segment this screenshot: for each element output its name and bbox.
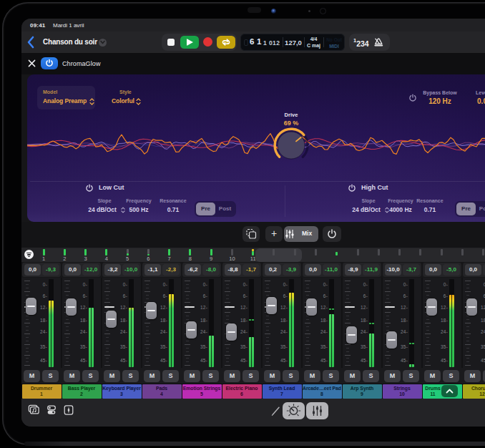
- duplicate-button[interactable]: [242, 226, 260, 242]
- pencil-icon[interactable]: [270, 404, 283, 417]
- low-cut-resonance-value[interactable]: 0.71: [155, 206, 191, 213]
- solo-button[interactable]: S: [283, 370, 299, 382]
- fader-db-value[interactable]: -1,1: [144, 264, 161, 276]
- track-label[interactable]: Emotion Strings5: [182, 384, 222, 399]
- fader-handle[interactable]: [426, 298, 437, 316]
- track-label[interactable]: Synth Lead7: [263, 384, 302, 399]
- track-minimap-ruler[interactable]: 1234567891011: [21, 248, 485, 262]
- fader-handle[interactable]: [226, 323, 237, 341]
- solo-button[interactable]: S: [403, 370, 419, 382]
- fader-handle[interactable]: [26, 298, 36, 315]
- drive-knob[interactable]: [271, 125, 311, 165]
- fader-handle[interactable]: [146, 302, 157, 319]
- fader-db-value[interactable]: -10,0: [385, 264, 401, 276]
- high-cut-slope-value[interactable]: 24 dB/Oct: [348, 206, 385, 213]
- fader-db-value[interactable]: 0,0: [465, 264, 481, 276]
- track-label[interactable]: Pads4: [142, 384, 182, 399]
- track-label[interactable]: Arp Synth9: [343, 384, 382, 399]
- mute-button[interactable]: M: [224, 370, 240, 382]
- mute-button[interactable]: M: [24, 370, 40, 382]
- bypass-power-icon[interactable]: [408, 94, 417, 102]
- low-cut-post-button[interactable]: Post: [215, 203, 235, 215]
- song-title-dropdown[interactable]: [99, 39, 107, 47]
- filter-icon[interactable]: [24, 250, 34, 259]
- solo-button[interactable]: S: [202, 370, 219, 382]
- track-name: Electric Piano: [222, 386, 262, 391]
- fader-handle[interactable]: [386, 331, 397, 349]
- solo-button[interactable]: S: [82, 370, 99, 382]
- fader-db-value[interactable]: 0,0: [24, 264, 41, 276]
- mute-button[interactable]: M: [424, 370, 441, 382]
- mixer-power-button[interactable]: [323, 226, 341, 242]
- track-label[interactable]: Electric Piano6: [222, 384, 262, 399]
- high-cut-pre-button[interactable]: Pre: [456, 203, 476, 215]
- mute-button[interactable]: M: [64, 370, 80, 382]
- high-cut-resonance-value[interactable]: 0.71: [412, 206, 448, 213]
- cycle-button[interactable]: [217, 36, 235, 49]
- track-label[interactable]: Arcade…eet Pad8: [303, 384, 342, 399]
- fader-db-value[interactable]: 0,0: [64, 264, 81, 276]
- level-value[interactable]: 0.0: [468, 97, 485, 105]
- fader-db-value[interactable]: -8,9: [345, 264, 361, 276]
- mixer-panel-icon[interactable]: [63, 404, 74, 416]
- fader-db-value[interactable]: 0,0: [305, 264, 321, 276]
- record-button[interactable]: [199, 36, 217, 49]
- selected-track-chevron-button[interactable]: [441, 385, 458, 397]
- lcd-display[interactable]: 6 1 1 012 127,0 4/4 C maj No Out MIDI: [240, 34, 345, 51]
- song-title[interactable]: Chanson du soir: [43, 38, 97, 46]
- solo-button[interactable]: S: [323, 370, 339, 382]
- solo-button[interactable]: S: [42, 370, 59, 382]
- fader-db-value[interactable]: 0,2: [265, 264, 281, 276]
- fader-handle[interactable]: [266, 297, 277, 314]
- close-icon[interactable]: [28, 59, 36, 67]
- mix-button[interactable]: Mix: [284, 226, 318, 242]
- mute-button[interactable]: M: [144, 370, 160, 382]
- low-cut-frequency-value[interactable]: 500 Hz: [121, 206, 157, 213]
- loop-browser-icon[interactable]: [27, 404, 40, 416]
- fader-db-value[interactable]: -8,8: [225, 264, 241, 276]
- low-cut-power-icon[interactable]: [85, 184, 94, 193]
- track-label[interactable]: Keyboard Player3: [102, 384, 142, 399]
- mute-button[interactable]: M: [264, 370, 280, 382]
- solo-button[interactable]: S: [443, 370, 459, 382]
- metronome-icon[interactable]: [372, 36, 383, 48]
- track-label[interactable]: Chorus V12: [463, 384, 485, 399]
- track-label[interactable]: Bass Player2: [62, 384, 102, 399]
- faders-view-button[interactable]: [306, 402, 328, 419]
- mute-button[interactable]: M: [464, 370, 481, 382]
- high-cut-power-icon[interactable]: [348, 184, 356, 193]
- plugin-controls-icon[interactable]: [46, 404, 57, 416]
- low-cut-slope-value[interactable]: 24 dB/Oct: [84, 206, 121, 213]
- low-cut-pre-button[interactable]: Pre: [196, 203, 215, 215]
- fader-handle[interactable]: [106, 311, 117, 328]
- high-cut-post-button[interactable]: Post: [476, 203, 485, 215]
- mute-button[interactable]: M: [384, 370, 401, 382]
- fader-handle[interactable]: [306, 298, 317, 316]
- solo-button[interactable]: S: [363, 370, 379, 382]
- track-label[interactable]: Strings10: [383, 384, 422, 399]
- fader-handle[interactable]: [186, 321, 197, 339]
- plugin-power-button[interactable]: [41, 57, 58, 69]
- fader-handle[interactable]: [66, 298, 77, 316]
- play-button[interactable]: [180, 36, 199, 49]
- solo-button[interactable]: S: [162, 370, 179, 382]
- bypass-below-value[interactable]: 120 Hz: [418, 97, 461, 105]
- solo-button[interactable]: S: [242, 370, 259, 382]
- track-label[interactable]: Drummer1: [22, 384, 62, 399]
- fader-db-value[interactable]: -6,2: [185, 264, 201, 276]
- fader-handle[interactable]: [466, 298, 477, 316]
- fader-handle[interactable]: [346, 326, 357, 344]
- style-value[interactable]: Colorful: [112, 97, 134, 104]
- fader-tick: [306, 358, 309, 359]
- count-in-button[interactable]: 1234: [353, 37, 369, 48]
- add-track-button[interactable]: +: [265, 226, 283, 242]
- solo-button[interactable]: S: [122, 370, 139, 382]
- mute-button[interactable]: M: [304, 370, 320, 382]
- fader-db-value[interactable]: -3,2: [104, 264, 121, 276]
- fader-db-value[interactable]: 0,0: [425, 264, 441, 276]
- mute-button[interactable]: M: [344, 370, 361, 382]
- controls-view-button[interactable]: [283, 402, 305, 419]
- mute-button[interactable]: M: [184, 370, 200, 382]
- mute-button[interactable]: M: [104, 370, 120, 382]
- back-icon[interactable]: [26, 34, 36, 50]
